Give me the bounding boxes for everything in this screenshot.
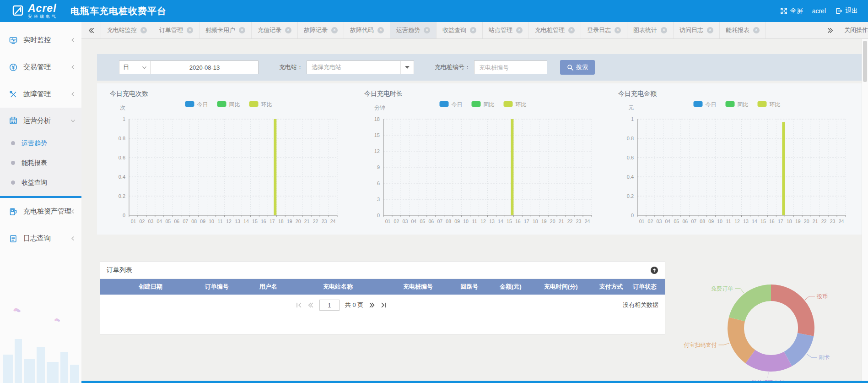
tab-close-icon[interactable]: × bbox=[516, 27, 523, 33]
tab-label: 图表统计 bbox=[633, 26, 657, 34]
sidebar-subitem-运营趋势[interactable]: 运营趋势 bbox=[0, 133, 81, 153]
fault-icon bbox=[9, 90, 17, 98]
tab-close-icon[interactable]: × bbox=[377, 27, 384, 33]
svg-text:环比: 环比 bbox=[515, 101, 526, 108]
svg-text:10: 10 bbox=[717, 219, 722, 224]
tab-label: 站点管理 bbox=[489, 26, 512, 34]
tab-故障代码[interactable]: 故障代码× bbox=[344, 22, 390, 38]
column-header-订单编号: 订单编号 bbox=[187, 283, 247, 291]
donut-label-免费订单: 免费订单 bbox=[711, 285, 733, 292]
svg-text:22: 22 bbox=[821, 219, 827, 224]
butterfly-icon bbox=[54, 317, 60, 324]
tab-close-icon[interactable]: × bbox=[707, 27, 713, 33]
tabs-scroll-right-button[interactable] bbox=[820, 27, 840, 34]
fullscreen-button[interactable]: 全屏 bbox=[780, 7, 803, 15]
sidebar-subitem-label: 收益查询 bbox=[22, 179, 47, 187]
sidebar-item-日志查询[interactable]: 日志查询 bbox=[0, 225, 81, 252]
svg-text:21: 21 bbox=[558, 219, 564, 224]
close-operations-menu[interactable]: 关闭操作 bbox=[840, 26, 868, 34]
tab-能耗报表[interactable]: 能耗报表× bbox=[720, 22, 766, 38]
svg-text:0: 0 bbox=[123, 213, 125, 218]
period-select[interactable]: 日 bbox=[119, 60, 151, 74]
tab-充电桩管理[interactable]: 充电桩管理× bbox=[529, 22, 581, 38]
tab-运营趋势[interactable]: 运营趋势× bbox=[390, 22, 437, 38]
no-data-message: 没有相关数据 bbox=[623, 301, 658, 309]
svg-text:01: 01 bbox=[639, 219, 645, 224]
donut-slice-投币[interactable] bbox=[771, 285, 814, 336]
tab-label: 射频卡用户 bbox=[205, 26, 235, 34]
svg-text:21: 21 bbox=[304, 219, 310, 224]
tab-close-icon[interactable]: × bbox=[753, 27, 760, 33]
tab-close-icon[interactable]: × bbox=[568, 27, 575, 33]
svg-text:0: 0 bbox=[377, 213, 379, 218]
tab-label: 充值记录 bbox=[258, 26, 281, 34]
tab-图表统计[interactable]: 图表统计× bbox=[627, 22, 674, 38]
period-value: 日 bbox=[123, 63, 129, 71]
acrel-logo: Acrel 安科瑞电气 bbox=[12, 3, 58, 19]
tab-充电站监控[interactable]: 充电站监控× bbox=[101, 22, 153, 38]
order-list-header: 订单列表 bbox=[100, 262, 665, 279]
sidebar-item-交易管理[interactable]: 交易管理 bbox=[0, 54, 81, 81]
svg-text:0.8: 0.8 bbox=[119, 136, 125, 141]
tab-订单管理[interactable]: 订单管理× bbox=[153, 22, 199, 38]
svg-text:19: 19 bbox=[287, 219, 292, 224]
svg-text:10: 10 bbox=[209, 219, 214, 224]
tab-close-icon[interactable]: × bbox=[424, 27, 430, 33]
tab-close-icon[interactable]: × bbox=[331, 27, 338, 33]
tab-close-icon[interactable]: × bbox=[615, 27, 621, 33]
tabs-scroll-left-button[interactable] bbox=[81, 22, 101, 38]
search-button[interactable]: 搜索 bbox=[560, 60, 595, 75]
svg-text:22: 22 bbox=[567, 219, 572, 224]
sidebar-item-运营分析[interactable]: 运营分析 bbox=[0, 108, 81, 133]
svg-text:15: 15 bbox=[760, 219, 766, 224]
first-page-button[interactable] bbox=[296, 302, 302, 308]
tab-label: 充电桩管理 bbox=[535, 26, 565, 34]
tab-close-icon[interactable]: × bbox=[239, 27, 245, 33]
previous-page-button[interactable] bbox=[307, 302, 314, 308]
page-number-input[interactable] bbox=[319, 300, 340, 311]
tab-close-icon[interactable]: × bbox=[285, 27, 291, 33]
logout-button[interactable]: 退出 bbox=[835, 7, 858, 15]
tab-收益查询[interactable]: 收益查询× bbox=[437, 22, 483, 38]
sidebar-subitem-能耗报表[interactable]: 能耗报表 bbox=[0, 153, 81, 173]
tab-站点管理[interactable]: 站点管理× bbox=[483, 22, 529, 38]
next-page-button[interactable] bbox=[369, 302, 375, 308]
sidebar-subitem-收益查询[interactable]: 收益查询 bbox=[0, 173, 81, 192]
sidebar-item-充电桩资产管理[interactable]: 充电桩资产管理 bbox=[0, 198, 81, 225]
sidebar-item-实时监控[interactable]: 实时监控 bbox=[0, 27, 81, 54]
sidebar-subitem-label: 运营趋势 bbox=[22, 139, 47, 148]
svg-text:14: 14 bbox=[498, 219, 503, 224]
vertical-scrollbar[interactable] bbox=[862, 39, 868, 381]
collapse-panel-icon[interactable] bbox=[650, 266, 658, 274]
svg-text:05: 05 bbox=[165, 219, 171, 224]
username[interactable]: acrel bbox=[812, 7, 826, 15]
tab-close-icon[interactable]: × bbox=[470, 27, 476, 33]
last-page-button[interactable] bbox=[381, 302, 387, 308]
tab-访问日志[interactable]: 访问日志× bbox=[674, 22, 720, 38]
svg-text:07: 07 bbox=[437, 219, 442, 224]
station-select[interactable]: 选择充电站 bbox=[307, 60, 414, 74]
log-icon bbox=[9, 235, 17, 243]
svg-text:0.6: 0.6 bbox=[627, 155, 634, 160]
tab-射频卡用户[interactable]: 射频卡用户× bbox=[199, 22, 252, 38]
tab-close-icon[interactable]: × bbox=[187, 27, 193, 33]
tab-close-icon[interactable]: × bbox=[140, 27, 147, 33]
svg-text:24: 24 bbox=[330, 219, 336, 224]
city-skyline-decoration bbox=[0, 305, 81, 383]
bullet-dot-icon bbox=[11, 161, 15, 165]
svg-text:同比: 同比 bbox=[229, 101, 240, 108]
tab-close-icon[interactable]: × bbox=[661, 27, 667, 33]
tab-故障记录[interactable]: 故障记录× bbox=[298, 22, 344, 38]
pile-number-input[interactable] bbox=[474, 60, 547, 74]
sidebar-item-故障管理[interactable]: 故障管理 bbox=[0, 81, 81, 108]
daily-charts-panel: 今日充电次数次今日同比环比10.80.60.40.200102030405060… bbox=[97, 83, 862, 235]
tab-充值记录[interactable]: 充值记录× bbox=[252, 22, 298, 38]
butterfly-icon bbox=[13, 307, 21, 315]
column-header-充电桩编号: 充电桩编号 bbox=[386, 283, 450, 291]
svg-text:环比: 环比 bbox=[261, 101, 272, 108]
chevron-left-icon bbox=[70, 37, 76, 43]
date-input[interactable] bbox=[151, 60, 259, 74]
tab-登录日志[interactable]: 登录日志× bbox=[581, 22, 627, 38]
chevron-left-icon bbox=[70, 208, 76, 214]
donut-slice-免费订单[interactable] bbox=[729, 285, 771, 321]
